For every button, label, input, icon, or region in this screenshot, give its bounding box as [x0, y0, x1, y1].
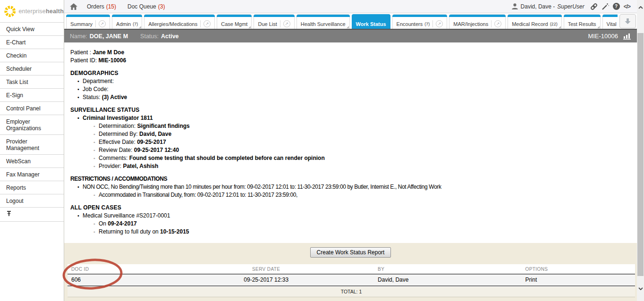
- orders-link[interactable]: Orders (15): [87, 3, 116, 10]
- sidebar-item-scheduler[interactable]: Scheduler: [0, 62, 64, 75]
- patient-chart-id: MIE-10006: [588, 33, 618, 40]
- table-total: TOTAL: 1: [68, 287, 635, 297]
- sidebar-item-control-panel[interactable]: Control Panel: [0, 102, 64, 115]
- popup-icon[interactable]: ↗: [203, 20, 211, 27]
- tab-label: Vital Signs: [607, 21, 618, 27]
- user-icon: [511, 3, 518, 10]
- tab-encounters[interactable]: Encounters (7) ↗: [392, 14, 448, 29]
- chain-link-icon: [590, 3, 598, 10]
- surveillance-provider: Provider: Patel, Ashish: [93, 162, 632, 170]
- popup-icon[interactable]: ↗: [494, 20, 501, 27]
- sidebar-item-e-sign[interactable]: E-Sign: [0, 89, 64, 102]
- sidebar-item-task-list[interactable]: Task List: [0, 75, 64, 89]
- link-button[interactable]: [590, 3, 598, 10]
- table-row[interactable]: 606 09-25-2017 12:33 David, Dave Print: [68, 275, 635, 285]
- tab-allergies-medications[interactable]: Allergies/Medications ↗: [144, 14, 215, 29]
- tab-label: Test Results: [568, 21, 596, 27]
- sidebar-pin-toggle[interactable]: [0, 208, 64, 222]
- tab-label: Admin: [116, 21, 131, 27]
- sidebar-item-fax-manager[interactable]: Fax Manager: [0, 168, 64, 181]
- col-header-options[interactable]: OPTIONS: [522, 264, 635, 273]
- tab-label: Due List: [258, 21, 277, 27]
- tab-label: Summary: [70, 21, 93, 27]
- tab-medical-record[interactable]: Medical Record (22): [508, 14, 561, 29]
- doc-queue-link[interactable]: Doc Queue (3): [127, 3, 165, 10]
- tab-admin[interactable]: Admin (7): [112, 14, 142, 29]
- patient-info-bar: Name: DOE, JANE M Status: Active MIE-100…: [64, 29, 637, 42]
- open-case-on-date: On 09-24-2017: [93, 220, 632, 228]
- action-row: Create Work Status Report: [64, 243, 637, 261]
- popup-icon[interactable]: ↗: [436, 20, 443, 27]
- chevron-down-icon: [638, 287, 643, 290]
- sidebar-item-quick-view[interactable]: Quick View: [0, 23, 64, 36]
- surveillance-effective-date: Effective Date: 09-25-2017: [93, 138, 632, 146]
- chart-tab-bar: Summary ↗ Admin (7) Allergies/Medication…: [64, 13, 637, 29]
- sidebar-item-logout[interactable]: Logout: [0, 194, 64, 208]
- vertical-scrollbar[interactable]: [637, 0, 644, 301]
- tabs-scroll-area: Summary ↗ Admin (7) Allergies/Medication…: [66, 14, 618, 29]
- cell-options-print[interactable]: Print: [522, 275, 635, 285]
- tab-count: (7): [133, 22, 138, 26]
- restriction-line: NON OCC, No Bending/Twisting more than 1…: [77, 183, 632, 191]
- sidebar-item-e-chart[interactable]: E-Chart: [0, 36, 64, 49]
- home-button[interactable]: [70, 3, 77, 10]
- tab-work-status[interactable]: Work Status: [352, 14, 390, 29]
- patient-id-line: Patient ID: MIE-10006: [70, 57, 632, 65]
- open-case-return-date: Returning to full duty on 10-15-2015: [93, 228, 632, 236]
- sidebar-item-checkin[interactable]: Checkin: [0, 49, 64, 62]
- create-work-status-report-button[interactable]: Create Work Status Report: [310, 247, 391, 258]
- tab-label: Health Surveillance: [301, 21, 346, 27]
- patient-line: Patient : Jane M Doe: [70, 49, 632, 57]
- col-header-doc-id[interactable]: DOC ID: [68, 264, 158, 273]
- open-case-title: Medical Surveillance #S2017-0001: [77, 212, 632, 220]
- user-role: SuperUser: [557, 3, 584, 10]
- tab-label: Encounters: [397, 21, 423, 27]
- current-user[interactable]: David, Dave - SuperUser: [511, 3, 585, 10]
- tab-divider: [491, 20, 491, 27]
- orders-label: Orders: [87, 3, 104, 10]
- popup-icon[interactable]: ↗: [283, 20, 290, 27]
- col-header-by[interactable]: BY: [374, 264, 522, 273]
- surveillance-case-title: Criminal Investigator 1811: [77, 114, 632, 122]
- doc-queue-label: Doc Queue: [127, 3, 156, 10]
- enterprise-health-logo[interactable]: enterprisehealth: [0, 0, 64, 22]
- surveillance-determination: Determination: Significant findings: [93, 122, 632, 130]
- doc-queue-count: (3): [158, 3, 165, 10]
- sidebar-item-employer-organizations[interactable]: Employer Organizations: [0, 115, 64, 135]
- tab-label: MAR/Injections: [453, 21, 488, 27]
- tab-due-list[interactable]: Due List ↗: [254, 14, 294, 29]
- tab-label: Case Mgmt: [221, 21, 247, 27]
- home-icon: [70, 3, 77, 10]
- surveillance-review-date: Review Date: 09-25-2017 12:40: [93, 146, 632, 154]
- user-name: David, Dave -: [521, 3, 555, 10]
- tab-divider: [432, 20, 433, 27]
- col-header-serv-date[interactable]: SERV DATE: [158, 264, 374, 273]
- sidebar-item-reports[interactable]: Reports: [0, 181, 64, 194]
- tab-case-mgmt[interactable]: Case Mgmt: [217, 14, 252, 29]
- tab-label: Work Status: [356, 21, 386, 27]
- surveillance-comments: Comments: Found some testing that should…: [93, 154, 632, 162]
- tab-test-results[interactable]: Test Results: [564, 14, 601, 29]
- patient-name: Jane M Doe: [93, 49, 124, 56]
- tab-dropdown-notch: [248, 26, 251, 28]
- scrollbar-thumb[interactable]: [637, 33, 644, 276]
- scroll-down-button[interactable]: [637, 285, 644, 293]
- sidebar-item-provider-management[interactable]: Provider Management: [0, 135, 64, 155]
- wand-button[interactable]: [602, 3, 609, 10]
- pushpin-icon: [6, 210, 12, 217]
- tab-health-surveillance[interactable]: Health Surveillance: [297, 14, 350, 29]
- sunburst-logo-icon: [4, 4, 16, 18]
- scroll-up-button[interactable]: [637, 4, 644, 11]
- help-icon[interactable]: ?: [613, 3, 620, 10]
- code-icon[interactable]: </>: [624, 3, 630, 10]
- work-status-report: Patient : Jane M Doe Patient ID: MIE-100…: [64, 42, 637, 243]
- tab-mar-injections[interactable]: MAR/Injections ↗: [449, 14, 506, 29]
- tab-summary[interactable]: Summary ↗: [66, 14, 110, 29]
- patient-label: Patient :: [70, 49, 91, 56]
- popup-icon[interactable]: ↗: [99, 20, 106, 27]
- bar-chart-icon[interactable]: [623, 33, 632, 40]
- tab-overflow-button[interactable]: [619, 14, 636, 28]
- cell-by: David, Dave: [374, 275, 522, 285]
- sidebar-item-webscan[interactable]: WebScan: [0, 155, 64, 168]
- tab-vital-signs[interactable]: Vital Signs ↗: [602, 14, 618, 29]
